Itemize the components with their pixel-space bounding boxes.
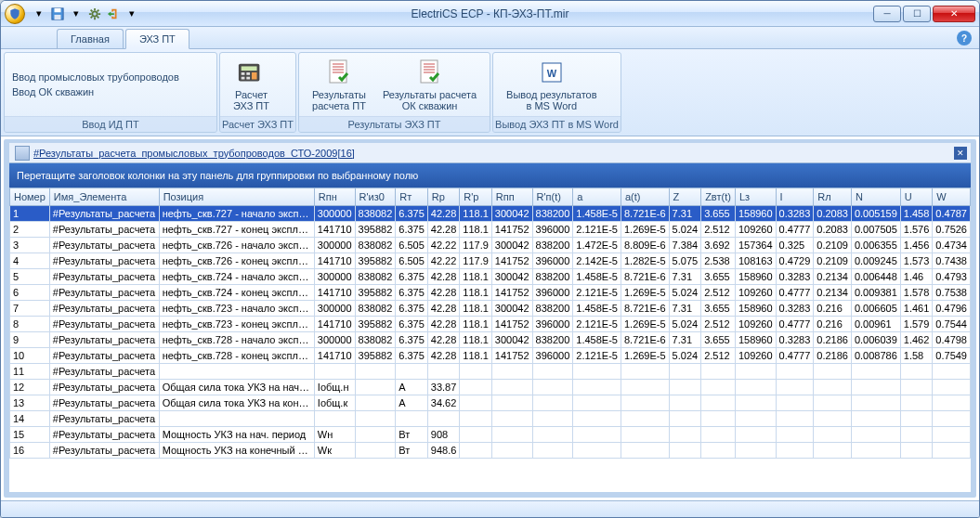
table-cell[interactable]: [851, 427, 900, 443]
gear-icon[interactable]: [86, 6, 103, 22]
table-cell[interactable]: 0.006448: [851, 269, 900, 285]
table-cell[interactable]: #Результаты_расчета: [49, 348, 159, 364]
table-cell[interactable]: 141752: [491, 285, 532, 301]
table-cell[interactable]: А: [396, 380, 428, 395]
table-cell[interactable]: 396000: [532, 253, 573, 269]
close-panel-icon[interactable]: ✕: [954, 147, 967, 160]
table-cell[interactable]: 8.809E-6: [621, 238, 669, 253]
table-cell[interactable]: 838200: [532, 206, 573, 222]
table-cell[interactable]: [776, 443, 814, 459]
table-cell[interactable]: [532, 364, 573, 380]
table-cell[interactable]: 0.008786: [851, 348, 900, 364]
table-cell[interactable]: 1.269E-5: [621, 317, 669, 332]
table-cell[interactable]: #Результаты_расчета: [49, 222, 159, 238]
table-cell[interactable]: нефть_скв.723 - конец эксплуатации: [159, 317, 314, 332]
table-row[interactable]: 7#Результаты_расчетанефть_скв.723 - нача…: [10, 301, 971, 317]
table-cell[interactable]: 3.655: [701, 269, 736, 285]
table-cell[interactable]: [427, 411, 460, 427]
table-cell[interactable]: 300042: [491, 269, 532, 285]
table-cell[interactable]: 0.4734: [933, 238, 971, 253]
table-cell[interactable]: Мощность УКЗ на конечный период: [159, 443, 314, 459]
table-cell[interactable]: [669, 364, 701, 380]
table-cell[interactable]: 6: [10, 285, 50, 301]
table-row[interactable]: 2#Результаты_расчетанефть_скв.727 - коне…: [10, 222, 971, 238]
table-cell[interactable]: А: [396, 395, 428, 411]
table-cell[interactable]: 395882: [355, 285, 396, 301]
table-cell[interactable]: [669, 411, 701, 427]
table-cell[interactable]: 1.458E-5: [573, 206, 621, 222]
table-cell[interactable]: 0.2186: [814, 332, 852, 348]
table-cell[interactable]: 0.7549: [933, 348, 971, 364]
column-header[interactable]: Zвт(t): [701, 188, 736, 206]
table-row[interactable]: 13#Результаты_расчетаОбщая сила тока УКЗ…: [10, 395, 971, 411]
table-cell[interactable]: 908: [427, 427, 460, 443]
table-cell[interactable]: 0.7544: [933, 317, 971, 332]
table-cell[interactable]: 12: [10, 380, 50, 395]
results-pt-button[interactable]: Результаты расчета ПТ: [307, 56, 372, 113]
table-row[interactable]: 4#Результаты_расчетанефть_скв.726 - коне…: [10, 253, 971, 269]
table-cell[interactable]: 0.216: [814, 301, 852, 317]
table-cell[interactable]: 6.505: [396, 238, 428, 253]
table-cell[interactable]: 11: [10, 364, 50, 380]
table-cell[interactable]: [701, 380, 736, 395]
table-cell[interactable]: 0.4777: [776, 348, 814, 364]
table-cell[interactable]: 1.576: [900, 222, 933, 238]
table-cell[interactable]: 1.269E-5: [621, 285, 669, 301]
table-cell[interactable]: 109260: [735, 317, 776, 332]
table-cell[interactable]: 42.22: [427, 253, 460, 269]
table-cell[interactable]: Общая сила тока УКЗ на нач. период: [159, 380, 314, 395]
table-cell[interactable]: [735, 443, 776, 459]
table-cell[interactable]: 5.075: [669, 253, 701, 269]
table-cell[interactable]: 42.28: [427, 301, 460, 317]
table-cell[interactable]: нефть_скв.726 - конец эксплуатации: [159, 253, 314, 269]
table-cell[interactable]: [900, 380, 933, 395]
table-cell[interactable]: [851, 364, 900, 380]
column-header[interactable]: Номер: [10, 188, 50, 206]
table-cell[interactable]: 1.458E-5: [573, 301, 621, 317]
table-cell[interactable]: #Результаты_расчета: [49, 269, 159, 285]
table-cell[interactable]: 1.578: [900, 285, 933, 301]
table-cell[interactable]: 42.28: [427, 348, 460, 364]
table-cell[interactable]: 7.31: [669, 332, 701, 348]
table-row[interactable]: 9#Результаты_расчетанефть_скв.728 - нача…: [10, 332, 971, 348]
table-cell[interactable]: 0.4777: [776, 285, 814, 301]
table-cell[interactable]: Общая сила тока УКЗ на конечный пер: [159, 395, 314, 411]
table-cell[interactable]: 0.2109: [814, 238, 852, 253]
table-cell[interactable]: 141710: [314, 348, 355, 364]
table-cell[interactable]: [900, 411, 933, 427]
table-cell[interactable]: 6.375: [396, 301, 428, 317]
table-cell[interactable]: 158960: [735, 332, 776, 348]
table-cell[interactable]: 300000: [314, 238, 355, 253]
table-cell[interactable]: 1.461: [900, 301, 933, 317]
table-cell[interactable]: [900, 443, 933, 459]
table-cell[interactable]: [532, 380, 573, 395]
table-cell[interactable]: 109260: [735, 285, 776, 301]
table-row[interactable]: 6#Результаты_расчетанефть_скв.724 - коне…: [10, 285, 971, 301]
table-cell[interactable]: [776, 427, 814, 443]
table-row[interactable]: 14#Результаты_расчета: [10, 411, 971, 427]
table-cell[interactable]: #Результаты_расчета: [49, 427, 159, 443]
table-cell[interactable]: Iобщ.н: [314, 380, 355, 395]
data-grid[interactable]: НомерИмя_ЭлементаПозицияRпнR'из0RтRрR'рR…: [9, 188, 971, 492]
table-cell[interactable]: 396000: [532, 285, 573, 301]
table-cell[interactable]: 8: [10, 317, 50, 332]
table-cell[interactable]: 1.579: [900, 317, 933, 332]
table-cell[interactable]: 300000: [314, 301, 355, 317]
table-cell[interactable]: 118.1: [460, 206, 492, 222]
table-row[interactable]: 5#Результаты_расчетанефть_скв.724 - нача…: [10, 269, 971, 285]
table-cell[interactable]: нефть_скв.728 - начало эксплуатации: [159, 332, 314, 348]
table-cell[interactable]: [573, 427, 621, 443]
column-header[interactable]: Rпп: [491, 188, 532, 206]
column-header[interactable]: R'п(t): [532, 188, 573, 206]
column-header[interactable]: Z: [669, 188, 701, 206]
table-cell[interactable]: [159, 411, 314, 427]
table-cell[interactable]: [621, 411, 669, 427]
table-cell[interactable]: 157364: [735, 238, 776, 253]
table-cell[interactable]: #Результаты_расчета: [49, 301, 159, 317]
table-cell[interactable]: 3.692: [701, 238, 736, 253]
table-cell[interactable]: 6.375: [396, 332, 428, 348]
table-cell[interactable]: 42.22: [427, 238, 460, 253]
table-cell[interactable]: [735, 380, 776, 395]
table-cell[interactable]: 141710: [314, 285, 355, 301]
table-cell[interactable]: 1.472E-5: [573, 238, 621, 253]
